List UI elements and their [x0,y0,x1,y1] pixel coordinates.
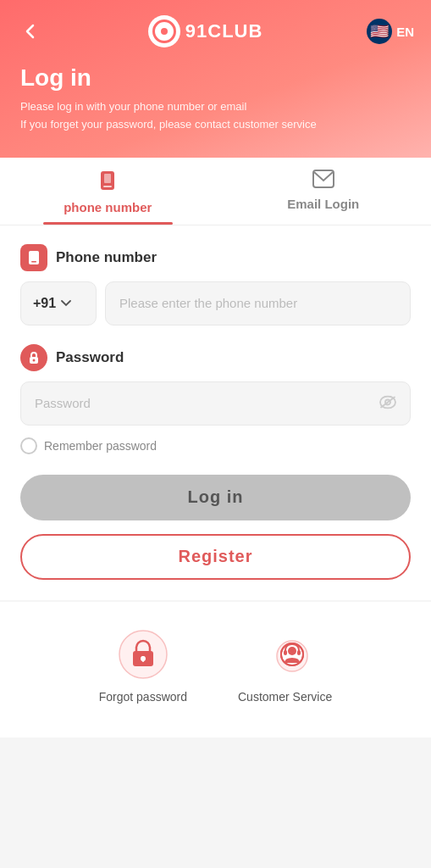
svg-rect-1 [103,186,112,187]
svg-rect-5 [31,261,36,263]
phone-field-label: Phone number [20,244,411,271]
logo-icon-ring [152,19,176,43]
customer-service-action[interactable]: Customer Service [238,627,332,704]
password-label-text: Password [56,349,124,366]
forgot-password-icon: 9 [116,627,170,682]
phone-input-row: +91 [20,281,411,326]
svg-point-7 [33,359,36,361]
remember-checkbox[interactable] [20,437,37,454]
logo-icon [148,15,180,47]
flag-icon: 🇺🇸 [367,19,392,44]
svg-point-19 [288,647,296,655]
svg-text:9: 9 [141,654,145,663]
country-code-selector[interactable]: +91 [20,281,97,326]
header: 91CLUB 🇺🇸 EN Log in Please log in with y… [0,0,431,158]
phone-icon [20,244,47,271]
svg-rect-20 [284,650,287,655]
password-input[interactable] [20,381,411,426]
svg-rect-3 [313,170,334,187]
svg-line-10 [381,397,395,407]
logo: 91CLUB [148,15,263,47]
logo-text: 91CLUB [185,20,263,42]
tab-phone-label: phone number [64,200,152,214]
phone-input[interactable] [105,281,411,326]
bottom-actions: 9 Forgot password Customer Service [0,602,431,737]
forgot-password-label: Forgot password [99,690,187,704]
header-content: Log in Please log in with your phone num… [0,58,431,134]
phone-tab-icon [97,170,119,197]
toggle-password-icon[interactable] [379,393,397,413]
remember-row: Remember password [20,437,411,454]
phone-label-text: Phone number [56,249,157,266]
svg-rect-2 [104,174,111,183]
remember-label: Remember password [44,439,157,453]
page-title: Log in [20,64,411,92]
login-button[interactable]: Log in [20,475,411,520]
lock-icon [20,344,47,371]
tab-email[interactable]: Email Login [216,158,432,225]
customer-service-icon [258,627,312,682]
tab-phone[interactable]: phone number [0,158,216,225]
password-input-wrap [20,381,411,426]
language-button[interactable]: 🇺🇸 EN [367,19,414,44]
svg-rect-4 [29,251,39,264]
customer-service-label: Customer Service [238,690,332,704]
logo-icon-dot [161,28,168,35]
country-code-value: +91 [33,296,56,311]
back-button[interactable] [17,18,44,45]
form-area: Phone number +91 Password [0,225,431,600]
svg-rect-21 [297,650,301,655]
email-tab-icon [312,170,334,193]
top-bar: 91CLUB 🇺🇸 EN [0,0,431,58]
register-button[interactable]: Register [20,534,411,580]
tabs: phone number Email Login [0,158,431,225]
tab-email-label: Email Login [287,197,359,211]
forgot-password-action[interactable]: 9 Forgot password [99,627,187,704]
subtitle-line2: If you forget your password, please cont… [20,116,411,134]
lang-label: EN [396,25,414,39]
subtitle-line1: Please log in with your phone number or … [20,98,411,116]
header-subtitle: Please log in with your phone number or … [20,98,411,134]
password-field-label: Password [20,344,411,371]
